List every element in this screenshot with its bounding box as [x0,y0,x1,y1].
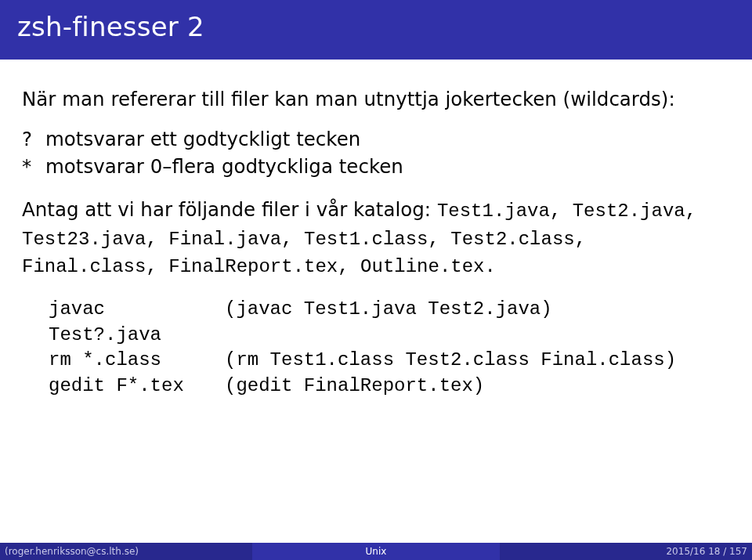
files-paragraph: Antag att vi har följande filer i vår ka… [22,197,730,280]
command-row: gedit F*.tex (gedit FinalReport.tex) [49,374,730,399]
slide: zsh-finesser 2 När man refererar till fi… [0,0,752,560]
command-expansion: (javac Test1.java Test2.java) [225,297,730,348]
footer-bar: (roger.henriksson@cs.lth.se) Unix 2015/1… [0,543,752,560]
slide-title: zsh-finesser 2 [17,11,735,42]
command-row: rm *.class (rm Test1.class Test2.class F… [49,348,730,373]
title-bar: zsh-finesser 2 [0,0,752,60]
def-symbol: * [22,154,45,179]
files-prefix: Antag att vi har följande filer i vår ka… [22,198,437,221]
def-description: motsvarar ett godtyckligt tecken [45,126,730,152]
footer-author: (roger.henriksson@cs.lth.se) [0,543,252,560]
intro-text: När man refererar till filer kan man utn… [22,86,730,112]
def-description: motsvarar 0–flera godtyckliga tecken [45,154,730,179]
wildcard-definitions: ? motsvarar ett godtyckligt tecken * mot… [22,126,730,179]
def-symbol: ? [22,126,45,152]
slide-content: När man refererar till filer kan man utn… [0,60,752,399]
footer-page: 2015/16 18 / 157 [500,543,752,560]
footer-title: Unix [252,543,500,560]
command-input: javac Test?.java [49,297,225,348]
command-examples: javac Test?.java (javac Test1.java Test2… [49,297,730,399]
command-expansion: (rm Test1.class Test2.class Final.class) [225,348,730,373]
command-input: rm *.class [49,348,225,373]
command-expansion: (gedit FinalReport.tex) [225,374,730,399]
command-input: gedit F*.tex [49,374,225,399]
command-row: javac Test?.java (javac Test1.java Test2… [49,297,730,348]
def-question-mark: ? motsvarar ett godtyckligt tecken [22,126,730,152]
def-asterisk: * motsvarar 0–flera godtyckliga tecken [22,154,730,179]
